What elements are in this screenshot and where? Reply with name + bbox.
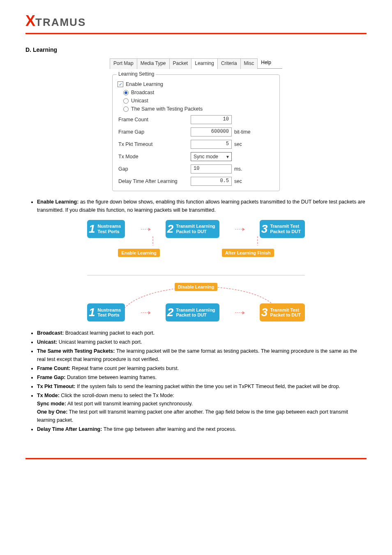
connector-svg [87, 236, 305, 249]
chevron-down-icon: ▼ [226, 155, 230, 159]
radio-icon [123, 90, 129, 95]
bullet-delay-body: The time gap between after learning and … [104, 426, 236, 432]
bullet-frame-count-head: Frame Count: [37, 365, 72, 371]
radio-broadcast[interactable]: Broadcast [123, 90, 274, 95]
flow-box-1-label: Nustreams Test Ports [98, 224, 121, 234]
bullet-frame-gap: Frame Gap: Duration time between learnin… [37, 373, 367, 382]
flow-box-1b: 1Nustreams Test Ports [87, 303, 125, 321]
frame-gap-label: Frame Gap [118, 129, 188, 135]
row-delay-after-learning: Delay Time After Learning 0.5 sec [118, 177, 274, 186]
tab-bar: Port Map Media Type Packet Learning Crit… [110, 58, 282, 69]
bullet-unicast: Unicast: Unicast learning packet to each… [37, 338, 367, 346]
flow-row-bottom: 1Nustreams Test Ports 2Transmit Learning… [87, 303, 305, 321]
flow-row-top: 1Nustreams Test Ports 2Transmit Learning… [87, 220, 305, 238]
flow-diagram: 1Nustreams Test Ports 2Transmit Learning… [87, 220, 305, 321]
row-tx-pkt-timeout: Tx Pkt Timeout 5 sec [118, 140, 274, 149]
radio-icon [123, 106, 129, 112]
logo-x: X [25, 12, 35, 30]
flow-box-1: 1Nustreams Test Ports [87, 220, 125, 238]
radio-broadcast-label: Broadcast [131, 90, 154, 95]
bullet-delay: Delay Time After Learning: The time gap … [37, 425, 367, 433]
footer-rule [25, 458, 367, 459]
tx-pkt-timeout-input[interactable]: 5 [191, 140, 232, 149]
brand-logo: X TRAMUS [25, 12, 367, 30]
bullet-frame-gap-body: Duration time between learning frames. [67, 375, 157, 380]
bullet-tx-mode: Tx Mode: Click the scroll-down menu to s… [37, 391, 367, 424]
frame-gap-unit: bit-time [234, 129, 259, 135]
frame-count-input[interactable]: 10 [191, 115, 232, 124]
arrow-icon [141, 312, 150, 313]
bullet-frame-count-body: Repeat frame count per learning packets … [72, 365, 179, 371]
tx-pkt-timeout-label: Tx Pkt Timeout [118, 141, 188, 147]
flow-box-3b-label: Transmit Test Packet to DUT [270, 308, 301, 318]
gap-input[interactable]: 10 [191, 164, 232, 173]
tab-media-type[interactable]: Media Type [137, 58, 170, 69]
flow-label-after: After Learning Finish [222, 249, 274, 257]
flow-box-3: 3Transmit Test Packet to DUT [260, 220, 305, 238]
bullet-tx-timeout: Tx Pkt Timeout: If the system fails to s… [37, 382, 367, 391]
bullet-sync-body: All test port will transmit learning pac… [66, 401, 193, 407]
radio-icon [123, 98, 129, 104]
flow-row-mid: Enable Learning After Learning Finish [87, 249, 305, 257]
tab-packet[interactable]: Packet [169, 58, 192, 69]
bullet-broadcast-head: Broadcast: [37, 330, 65, 336]
delay-after-unit: sec [234, 178, 259, 184]
arrow-icon [235, 312, 244, 313]
arrow-icon [235, 229, 244, 229]
delay-after-input[interactable]: 0.5 [191, 177, 232, 186]
tx-pkt-timeout-unit: sec [234, 141, 259, 147]
flow-label-enable: Enable Learning [118, 249, 160, 257]
bullet-tx-mode-body: Click the scroll-down menu to select the… [61, 393, 174, 398]
checkbox-icon: ✓ [118, 81, 123, 87]
row-tx-mode: Tx Mode Sync mode ▼ [118, 152, 274, 161]
bullet-tx-mode-one: One by One: The test port will transmit … [37, 408, 367, 424]
bullet-delay-head: Delay Time After Learning: [37, 426, 104, 432]
flow-box-2-label: Transmit Learning Packet to DUT [176, 224, 215, 234]
bullet-sync-head: Sync mode: [37, 401, 66, 407]
row-frame-gap: Frame Gap 600000 bit-time [118, 127, 274, 136]
tx-mode-value: Sync mode [194, 154, 218, 160]
gap-label: Gap [118, 166, 188, 172]
logo-rest: TRAMUS [35, 16, 86, 29]
bullet-unicast-body: Unicast learning packet to each port. [59, 339, 142, 345]
bullet-one-body: The test port will transmit learning pac… [37, 409, 348, 423]
tab-misc[interactable]: Misc [240, 58, 258, 69]
flow-label-disable: Disable Learning [175, 283, 218, 291]
frame-gap-input[interactable]: 600000 [191, 127, 232, 136]
bullet-frame-count: Frame Count: Repeat frame count per lear… [37, 364, 367, 372]
tab-criteria[interactable]: Criteria [217, 58, 241, 69]
radio-unicast[interactable]: Unicast [123, 98, 274, 104]
radio-same-label: The Same with Testing Packets [131, 106, 203, 112]
learning-setting-fieldset: Learning Setting ✓ Enable Learning Broad… [112, 74, 280, 191]
flow-box-2b-label: Transmit Learning Packet to DUT [176, 308, 215, 318]
tab-learning[interactable]: Learning [191, 58, 218, 69]
bullet-list-bottom: Broadcast: Broadcast learning packet to … [25, 329, 367, 433]
tx-mode-select[interactable]: Sync mode ▼ [191, 152, 232, 161]
tx-mode-label: Tx Mode [118, 154, 188, 160]
bullet-enable-head: Enable Learning: [37, 199, 80, 205]
bullet-tx-timeout-head: Tx Pkt Timeout: [37, 384, 77, 389]
header-rule [25, 33, 367, 34]
settings-panel-figure: Port Map Media Type Packet Learning Crit… [110, 58, 282, 191]
flow-box-2: 2Transmit Learning Packet to DUT [166, 220, 219, 238]
flow-box-3b: 3Transmit Test Packet to DUT [260, 303, 305, 321]
bullet-broadcast: Broadcast: Broadcast learning packet to … [37, 329, 367, 337]
row-frame-count: Frame Count 10 [118, 115, 274, 124]
radio-same-as-testing[interactable]: The Same with Testing Packets [123, 106, 274, 112]
flow-box-1b-label: Nustreams Test Ports [98, 308, 121, 318]
bullet-enable-learning: Enable Learning: as the figure down belo… [37, 198, 367, 214]
frame-count-label: Frame Count [118, 117, 188, 123]
flow-separator [87, 275, 305, 275]
flow-box-2b: 2Transmit Learning Packet to DUT [166, 303, 219, 321]
flow-row-disable: Disable Learning [87, 283, 305, 291]
bullet-list-top: Enable Learning: as the figure down belo… [25, 198, 367, 214]
tab-port-map[interactable]: Port Map [110, 58, 137, 69]
bullet-same-head: The Same with Testing Packets: [37, 348, 115, 354]
bullet-same: The Same with Testing Packets: The learn… [37, 347, 367, 363]
flow-box-3-label: Transmit Test Packet to DUT [270, 224, 301, 234]
tab-help[interactable]: Help [258, 58, 274, 68]
bullet-unicast-head: Unicast: [37, 339, 59, 345]
row-gap: Gap 10 ms. [118, 164, 274, 173]
enable-learning-checkbox-row[interactable]: ✓ Enable Learning [118, 81, 274, 87]
enable-learning-label: Enable Learning [126, 81, 163, 87]
